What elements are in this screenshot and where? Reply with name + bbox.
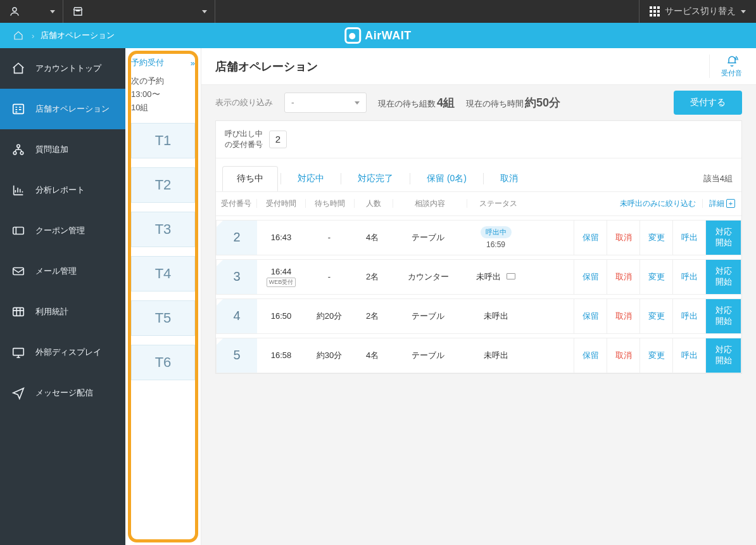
cell-wait: - <box>305 221 353 255</box>
card: 呼び出し中 の受付番号 2 待ち中 対応中 対応完了 保留 (0名) 取消 該当… <box>215 120 742 374</box>
call-button[interactable]: 呼出 <box>672 299 705 333</box>
breadcrumb-bar: › 店舗オペレーション AirWAIT <box>0 23 756 48</box>
monitor-icon <box>11 345 25 359</box>
table-tile[interactable]: T5 <box>131 300 195 336</box>
tabs: 待ち中 対応中 対応完了 保留 (0名) 取消 該当4組 <box>216 158 741 191</box>
breadcrumb-sep: › <box>32 31 34 41</box>
svg-rect-1 <box>13 105 24 114</box>
table-row: 4 16:50 約20分 2名 テーブル 未呼出 保留 取消 変更 呼出 対応開… <box>216 298 741 334</box>
topbar: サービス切り替え <box>0 0 756 23</box>
svg-rect-5 <box>13 228 24 234</box>
service-switch[interactable]: サービス切り替え <box>639 0 756 23</box>
apps-icon <box>650 6 660 16</box>
double-chevron-icon: » <box>191 58 195 68</box>
cell-no: 3 <box>217 260 257 294</box>
filter-bar: 表示の絞り込み - 現在の待ち組数4組 現在の待ち時間約50分 受付する <box>201 85 756 120</box>
tab-done[interactable]: 対応完了 <box>344 167 407 191</box>
filter-select[interactable]: - <box>284 93 367 113</box>
cancel-button[interactable]: 取消 <box>607 338 639 373</box>
cell-time: 16:44 WEB受付 <box>257 260 305 294</box>
change-button[interactable]: 変更 <box>639 299 672 333</box>
table-row: 2 16:43 - 4名 テーブル 呼出中16:59 保留 取消 変更 呼出 対… <box>216 220 741 255</box>
cancel-button[interactable]: 取消 <box>607 260 639 294</box>
cancel-button[interactable]: 取消 <box>607 221 639 255</box>
tab-waiting[interactable]: 待ち中 <box>222 166 278 191</box>
table-tile[interactable]: T4 <box>131 256 195 292</box>
send-icon <box>11 386 25 400</box>
table-tile[interactable]: T2 <box>131 167 195 203</box>
service-switch-label: サービス切り替え <box>665 6 736 17</box>
sidebar-item-report[interactable]: 分析レポート <box>0 170 125 210</box>
start-button[interactable]: 対応開始 <box>705 338 741 373</box>
sidebar-item-coupon[interactable]: クーポン管理 <box>0 210 125 251</box>
ticket-icon <box>11 224 25 238</box>
chart-icon <box>11 183 25 197</box>
tab-inprogress[interactable]: 対応中 <box>284 167 338 191</box>
cell-status: 呼出中16:59 <box>465 221 527 255</box>
change-button[interactable]: 変更 <box>639 338 672 373</box>
sidebar-item-stats[interactable]: 利用統計 <box>0 292 125 332</box>
sidebar-item-label: 分析レポート <box>35 184 85 196</box>
hold-button[interactable]: 保留 <box>574 221 607 255</box>
filter-value: - <box>291 98 294 108</box>
hold-button[interactable]: 保留 <box>574 260 607 294</box>
cell-time: 16:50 <box>257 299 305 333</box>
svg-point-0 <box>13 8 16 11</box>
row-actions: 保留 取消 変更 呼出 対応開始 <box>574 221 741 255</box>
row-actions: 保留 取消 変更 呼出 対応開始 <box>574 338 741 373</box>
change-button[interactable]: 変更 <box>639 260 672 294</box>
calling-number: 2 <box>269 131 287 148</box>
cell-time: 16:43 <box>257 221 305 255</box>
detail-link[interactable]: 詳細 + <box>709 198 735 209</box>
table-tile[interactable]: T6 <box>131 345 195 380</box>
cell-consult: テーブル <box>391 338 465 373</box>
breadcrumb-current: 店舗オペレーション <box>41 30 115 41</box>
reserve-link[interactable]: 予約受付 » <box>131 57 195 68</box>
call-button[interactable]: 呼出 <box>672 338 705 373</box>
user-menu[interactable] <box>0 0 63 23</box>
table-tile[interactable]: T3 <box>131 212 195 247</box>
app-logo: AirWAIT <box>344 27 412 44</box>
store-menu[interactable] <box>63 0 215 23</box>
mail-icon <box>11 264 25 278</box>
home-icon[interactable] <box>11 29 25 42</box>
start-button[interactable]: 対応開始 <box>705 221 741 255</box>
table-tile[interactable]: T1 <box>131 123 195 158</box>
sidebar-item-send[interactable]: メッセージ配信 <box>0 373 125 413</box>
next-count: 10組 <box>131 101 195 115</box>
call-button[interactable]: 呼出 <box>672 221 705 255</box>
th-status: ステータス <box>467 198 529 209</box>
status-badge: 呼出中 <box>481 226 512 238</box>
hold-button[interactable]: 保留 <box>574 338 607 373</box>
sidebar-item-mail[interactable]: メール管理 <box>0 251 125 292</box>
sidebar-item-display[interactable]: 外部ディスプレイ <box>0 332 125 373</box>
svg-point-2 <box>13 151 16 155</box>
sidebar: アカウントトップ 店舗オペレーション 質問追加 分析レポート クーポン管理 メー… <box>0 48 125 545</box>
start-button[interactable]: 対応開始 <box>705 299 741 333</box>
tab-cancel[interactable]: 取消 <box>486 167 532 191</box>
breadcrumb: › 店舗オペレーション <box>0 29 126 42</box>
cancel-button[interactable]: 取消 <box>607 299 639 333</box>
change-button[interactable]: 変更 <box>639 221 672 255</box>
sidebar-item-operation[interactable]: 店舗オペレーション <box>0 89 125 129</box>
start-button[interactable]: 対応開始 <box>705 260 741 294</box>
sidebar-item-account[interactable]: アカウントトップ <box>0 48 125 89</box>
tabs-total: 該当4組 <box>701 167 735 191</box>
hold-button[interactable]: 保留 <box>574 299 607 333</box>
reserve-link-label: 予約受付 <box>131 57 164 68</box>
sound-label: 受付音 <box>721 69 742 77</box>
cell-ppl: 2名 <box>353 260 391 294</box>
web-tag: WEB受付 <box>267 278 296 287</box>
tab-hold[interactable]: 保留 (0名) <box>413 167 481 191</box>
cell-wait: - <box>305 260 353 294</box>
filter-uncalled-link[interactable]: 未呼出のみに絞り込む <box>620 198 696 209</box>
sound-toggle[interactable]: 受付音 <box>709 54 742 78</box>
svg-rect-8 <box>13 349 24 356</box>
table-body: 2 16:43 - 4名 テーブル 呼出中16:59 保留 取消 変更 呼出 対… <box>216 220 741 373</box>
accept-button[interactable]: 受付する <box>674 91 742 115</box>
sidebar-item-question[interactable]: 質問追加 <box>0 129 125 170</box>
cell-ppl: 4名 <box>353 338 391 373</box>
cell-status: 未呼出 <box>465 338 527 373</box>
waiting-groups: 現在の待ち組数4組 <box>378 95 455 110</box>
call-button[interactable]: 呼出 <box>672 260 705 294</box>
